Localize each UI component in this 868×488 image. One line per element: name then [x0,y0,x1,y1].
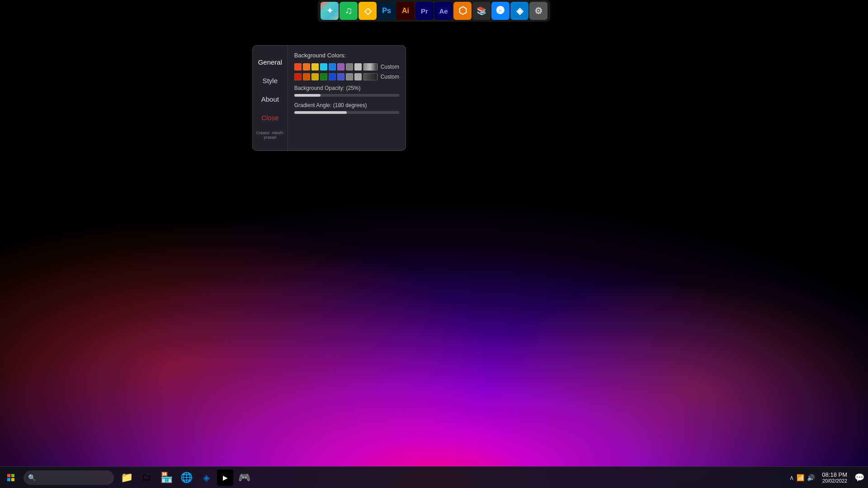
top-icon-notchmeister[interactable]: ✦ [321,2,339,20]
top-icon-vscode[interactable]: ◈ [510,2,528,20]
angle-section: Gradient Angle: (180 degrees) [294,102,399,114]
top-icon-premiere[interactable]: Pr [415,2,434,20]
custom-label-2: Custom [381,74,399,80]
opacity-section: Background Opacity: (25%) [294,85,399,97]
panel-nav: General Style About Close Creator: nites… [253,46,288,150]
custom-swatch-1[interactable] [363,63,377,70]
nav-item-about[interactable]: About [253,90,288,108]
color-row-1: Custom [294,63,399,70]
nav-item-close[interactable]: Close [253,108,288,127]
taskbar-icon-file-explorer[interactable]: 📁 [118,469,136,487]
angle-slider-track[interactable] [294,111,399,114]
nav-item-style[interactable]: Style [253,71,288,90]
taskbar-icon-edge[interactable]: 🌐 [177,469,195,487]
custom-label-1: Custom [381,64,399,70]
tray-date-value: 20/02/2022 [822,478,847,483]
swatch-dark-blue[interactable] [329,73,336,80]
taskbar-search[interactable]: 🔍 [24,470,114,485]
swatch-light-gray[interactable] [354,63,362,70]
start-button[interactable] [0,467,22,488]
taskbar-bottom-icons: 📁 🗂 🏪 🌐 ◈ ▶ 🎮 [118,469,253,487]
top-icon-sketch[interactable]: ◇ [359,2,377,20]
widget-panel: General Style About Close Creator: nites… [252,45,406,151]
opacity-label: Background Opacity: (25%) [294,85,399,91]
swatch-mid-gray[interactable] [346,73,353,80]
top-icon-illustrator[interactable]: Ai [396,2,415,20]
swatch-blue[interactable] [329,63,336,70]
top-icon-kindle[interactable]: 📚 [472,2,491,20]
top-icon-aftereffects[interactable]: Ae [434,2,453,20]
top-icon-system-prefs[interactable]: ⚙ [529,2,547,20]
taskbar-bottom: 🔍 📁 🗂 🏪 🌐 ◈ ▶ 🎮 ∧ 📶 🔊 [0,466,868,488]
tray-notification-icon[interactable]: 💬 [854,473,864,483]
tray-time-value: 08:18 PM [822,471,847,478]
angle-slider-fill [294,111,347,114]
angle-label: Gradient Angle: (180 degrees) [294,102,399,108]
swatch-gray[interactable] [346,63,353,70]
top-app-dock: ✦ ♫ ◇ Ps Ai Pr Ae ⬡ 📚 [318,0,550,22]
taskbar-top: ✦ ♫ ◇ Ps Ai Pr Ae ⬡ 📚 [0,0,868,22]
taskbar-icon-terminal[interactable]: ▶ [217,469,233,486]
swatch-purple[interactable] [337,63,344,70]
panel-content: Background Colors: Custom Custom [288,46,406,150]
swatch-cyan[interactable] [320,63,327,70]
creator-label: Creator: nitesh-prasad [253,127,288,143]
swatch-dark-orange[interactable] [303,73,310,80]
opacity-slider-track[interactable] [294,94,399,97]
custom-swatch-2[interactable] [363,73,377,80]
bg-colors-label: Background Colors: [294,52,399,59]
swatch-yellow[interactable] [311,63,319,70]
top-icon-photoshop[interactable]: Ps [377,2,396,20]
system-tray: ∧ 📶 🔊 08:18 PM 20/02/2022 💬 [789,469,868,485]
swatch-orange-red[interactable] [294,63,302,70]
tray-network-icon[interactable]: 📶 [797,474,804,481]
swatch-indigo[interactable] [337,73,344,80]
search-icon: 🔍 [28,474,36,481]
taskbar-icon-store[interactable]: 🏪 [157,469,175,487]
taskbar-icon-xbox[interactable]: 🎮 [235,469,253,487]
tray-chevron[interactable]: ∧ [789,474,794,481]
desktop-background [0,0,868,488]
opacity-slider-fill [294,94,321,97]
top-icon-blender[interactable]: ⬡ [453,2,472,20]
taskbar-icon-browser[interactable]: 🗂 [137,469,156,487]
swatch-silver[interactable] [354,73,362,80]
windows-logo-icon [7,474,14,481]
swatch-dark-yellow[interactable] [311,73,319,80]
swatch-orange[interactable] [303,63,310,70]
top-icon-appstore2[interactable]: 🅐 [491,2,509,20]
color-row-2: Custom [294,73,399,80]
taskbar-icon-vscode[interactable]: ◈ [197,469,215,487]
swatch-green[interactable] [320,73,327,80]
swatch-dark-red[interactable] [294,73,302,80]
tray-volume-icon[interactable]: 🔊 [807,474,815,481]
top-icon-spotify[interactable]: ♫ [340,2,358,20]
tray-datetime[interactable]: 08:18 PM 20/02/2022 [818,469,851,485]
nav-item-general[interactable]: General [253,53,288,71]
tray-icons: ∧ 📶 🔊 [789,474,815,481]
